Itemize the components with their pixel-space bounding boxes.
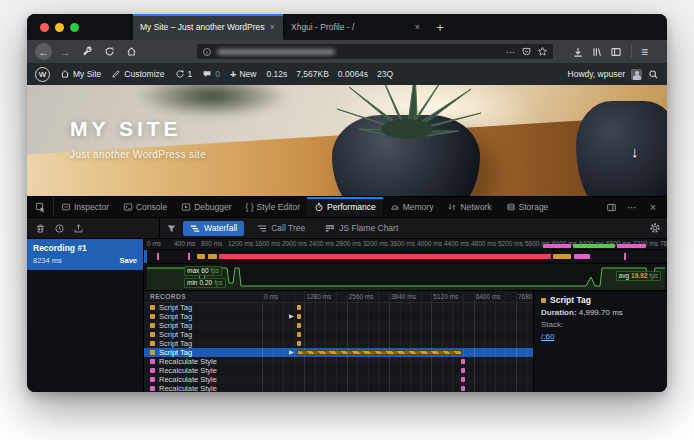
tab-network[interactable]: Network — [440, 197, 498, 217]
tab-memory[interactable]: Memory — [383, 197, 441, 217]
tab-storage[interactable]: Storage — [499, 197, 556, 217]
records-ruler-tick: 7680 ms — [518, 293, 533, 300]
record-waterfall-cell[interactable] — [262, 375, 533, 384]
record-row[interactable]: Recalculate Style — [144, 375, 533, 384]
inspector-icon — [61, 202, 71, 212]
overview-selection-handle[interactable] — [144, 250, 147, 263]
query-monitor-stats[interactable]: 0.12s 7,567KB 0.0064s 23Q — [266, 69, 393, 79]
tab-console[interactable]: Console — [116, 197, 174, 217]
record-waterfall-cell[interactable] — [262, 303, 533, 312]
wrench-button[interactable] — [79, 43, 96, 60]
waterfall-marker[interactable] — [297, 323, 301, 328]
performance-settings-button[interactable] — [649, 222, 661, 234]
record-row[interactable]: Script Tag — [144, 303, 533, 312]
browser-tab-my-site[interactable]: My Site – Just another WordPress s × — [133, 14, 283, 40]
waterfall-marker[interactable] — [461, 386, 465, 391]
recordings-sidebar: Recording #1 8234 ms Save — [27, 239, 144, 392]
record-label-cell: Recalculate Style — [144, 384, 262, 392]
home-button[interactable] — [123, 43, 140, 60]
dock-side-button[interactable] — [602, 199, 620, 215]
minimize-window-button[interactable] — [55, 23, 64, 32]
zoom-window-button[interactable] — [70, 23, 79, 32]
filter-icon[interactable] — [166, 223, 177, 234]
overview-markers[interactable] — [144, 250, 667, 264]
waterfall-marker[interactable] — [297, 332, 301, 337]
wp-customize-menu[interactable]: Customize — [111, 69, 164, 79]
waterfall-marker[interactable] — [461, 368, 465, 373]
forward-button[interactable]: → — [57, 43, 74, 60]
scroll-down-arrow[interactable]: ↓ — [631, 143, 639, 160]
recording-list-item[interactable]: Recording #1 8234 ms Save — [27, 239, 143, 270]
disclosure-triangle-icon[interactable]: ▶ — [289, 348, 294, 357]
waterfall-marker[interactable] — [461, 359, 465, 364]
clear-recordings-trash-icon[interactable] — [35, 223, 46, 234]
record-row[interactable]: Script Tag▶ — [144, 348, 533, 357]
overview-tick: 4800 ms — [471, 240, 496, 247]
record-label-cell: Script Tag — [144, 330, 262, 339]
view-tab-call-tree[interactable]: Call Tree — [250, 221, 312, 236]
record-waterfall-cell[interactable] — [262, 366, 533, 375]
avatar[interactable] — [631, 69, 642, 80]
record-row[interactable]: Script Tag — [144, 339, 533, 348]
view-tab-js-flame-chart[interactable]: JS Flame Chart — [318, 221, 405, 236]
record-row[interactable]: Recalculate Style — [144, 384, 533, 392]
import-recording-icon[interactable] — [73, 223, 84, 234]
site-title[interactable]: MY SITE — [70, 117, 206, 141]
network-icon — [447, 202, 457, 212]
record-row[interactable]: Script Tag▶ — [144, 312, 533, 321]
devtools-menu-button[interactable]: ⋯ — [623, 199, 641, 215]
record-waterfall-cell[interactable] — [262, 384, 533, 392]
wp-greeting[interactable]: Howdy, wpuser — [568, 69, 625, 79]
view-tab-waterfall[interactable]: Waterfall — [183, 221, 244, 236]
framerate-graph[interactable]: max60fps min0.20fps avg19.92fps — [144, 264, 667, 291]
tab-debugger[interactable]: Debugger — [174, 197, 238, 217]
record-waterfall-cell[interactable]: ▶ — [262, 312, 533, 321]
sidebar-toggle-icon[interactable] — [610, 46, 622, 58]
new-tab-button[interactable]: + — [428, 14, 452, 40]
record-waterfall-cell[interactable] — [262, 357, 533, 366]
record-waterfall-cell[interactable] — [262, 339, 533, 348]
pocket-icon[interactable] — [521, 46, 532, 57]
page-actions-icon[interactable]: ⋯ — [506, 47, 516, 57]
waterfall-marker[interactable] — [297, 341, 301, 346]
search-icon[interactable] — [648, 69, 659, 80]
waterfall-bar[interactable] — [297, 350, 462, 356]
back-button[interactable]: ← — [35, 43, 52, 60]
record-waterfall-cell[interactable]: ▶ — [262, 348, 533, 357]
record-row[interactable]: Recalculate Style — [144, 366, 533, 375]
wp-new-menu[interactable]: + New — [230, 68, 256, 80]
waterfall-marker[interactable] — [297, 314, 301, 319]
tab-inspector[interactable]: Inspector — [54, 197, 116, 217]
waterfall-marker[interactable] — [297, 305, 301, 310]
menu-icon[interactable]: ≡ — [641, 45, 648, 59]
tab-title: My Site – Just another WordPress s — [140, 22, 265, 32]
waterfall-marker[interactable] — [461, 377, 465, 382]
pick-element-button[interactable] — [27, 197, 54, 217]
record-row[interactable]: Script Tag — [144, 330, 533, 339]
record-waterfall-cell[interactable] — [262, 330, 533, 339]
record-row[interactable]: Recalculate Style — [144, 357, 533, 366]
disclosure-triangle-icon[interactable]: ▶ — [289, 312, 294, 321]
library-icon[interactable] — [591, 46, 603, 58]
wp-comments-menu[interactable]: 0 — [202, 69, 220, 79]
wordpress-logo-icon[interactable]: W — [35, 67, 50, 82]
record-performance-clock-icon[interactable] — [54, 223, 65, 234]
tab-close-icon[interactable]: × — [269, 22, 276, 32]
record-waterfall-cell[interactable] — [262, 321, 533, 330]
tab-close-icon[interactable]: × — [414, 22, 421, 32]
save-recording-link[interactable]: Save — [119, 256, 137, 265]
record-row[interactable]: Script Tag — [144, 321, 533, 330]
wp-site-menu[interactable]: My Site — [60, 69, 101, 79]
close-window-button[interactable] — [40, 23, 49, 32]
url-bar[interactable]: ⋯ — [197, 44, 553, 59]
marker-swatch — [150, 332, 155, 337]
browser-tab-xhgui[interactable]: Xhgui - Profile - / × — [284, 14, 428, 40]
stack-frame-link[interactable]: /:60 — [541, 332, 554, 341]
tab-style-editor[interactable]: { } Style Editor — [239, 197, 308, 217]
devtools-close-button[interactable]: × — [644, 199, 662, 215]
reload-button[interactable] — [101, 43, 118, 60]
wp-updates-menu[interactable]: 1 — [175, 69, 193, 79]
bookmark-star-icon[interactable] — [537, 46, 548, 57]
download-icon[interactable] — [572, 46, 584, 58]
tab-performance[interactable]: Performance — [307, 197, 383, 217]
